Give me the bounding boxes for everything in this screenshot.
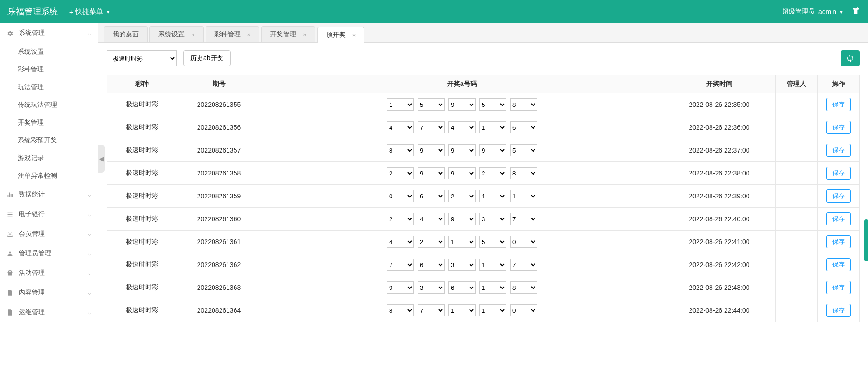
number-select[interactable]: 1	[510, 190, 537, 202]
number-select[interactable]: 7	[510, 213, 537, 225]
number-select[interactable]: 0	[510, 236, 537, 248]
number-select[interactable]: 4	[448, 121, 476, 133]
user-menu-toggle[interactable]: 超级管理员 admin ▼	[782, 7, 844, 16]
save-button[interactable]: 保存	[826, 304, 851, 317]
number-select[interactable]: 2	[479, 167, 506, 179]
number-select[interactable]: 8	[387, 144, 414, 156]
close-icon[interactable]: ×	[303, 31, 306, 38]
number-select[interactable]: 8	[510, 281, 537, 294]
number-select[interactable]: 9	[418, 167, 445, 179]
number-select[interactable]: 4	[418, 213, 445, 225]
close-icon[interactable]: ×	[247, 31, 251, 38]
save-button[interactable]: 保存	[826, 212, 851, 225]
sidebar-item[interactable]: 系统彩预开奖	[0, 132, 98, 149]
sidebar-item[interactable]: 游戏记录	[0, 149, 98, 167]
number-select[interactable]: 8	[510, 167, 537, 179]
quick-menu-toggle[interactable]: + 快捷菜单 ▼	[69, 7, 111, 16]
scrollbar-thumb[interactable]	[864, 219, 868, 261]
number-select[interactable]: 5	[479, 236, 506, 248]
refresh-button[interactable]	[841, 50, 860, 66]
cell-lottery: 极速时时彩	[107, 162, 177, 185]
sidebar-group-1[interactable]: 数据统计⌵	[0, 185, 98, 204]
save-button[interactable]: 保存	[826, 281, 851, 294]
sidebar-group-6[interactable]: 内容管理⌵	[0, 283, 98, 302]
sidebar-group-0[interactable]: 系统管理⌵	[0, 23, 98, 43]
number-select[interactable]: 5	[479, 98, 506, 111]
tab[interactable]: 我的桌面	[104, 26, 148, 42]
tab[interactable]: 开奖管理×	[261, 26, 315, 42]
tab[interactable]: 系统设置×	[149, 26, 204, 42]
number-select[interactable]: 7	[418, 304, 445, 316]
number-select[interactable]: 7	[510, 259, 537, 271]
cell-numbers: 06211	[261, 185, 663, 208]
number-select[interactable]: 9	[418, 144, 445, 156]
sidebar-item[interactable]: 彩种管理	[0, 61, 98, 78]
number-select[interactable]: 2	[387, 213, 414, 225]
number-select[interactable]: 3	[418, 281, 445, 294]
sidebar-group-5[interactable]: 活动管理⌵	[0, 263, 98, 283]
save-button[interactable]: 保存	[826, 189, 851, 203]
number-select[interactable]: 2	[387, 167, 414, 179]
number-select[interactable]: 6	[418, 259, 445, 271]
number-select[interactable]: 1	[387, 98, 414, 111]
number-select[interactable]: 9	[448, 213, 476, 225]
number-select[interactable]: 1	[479, 121, 506, 133]
number-select[interactable]: 9	[479, 144, 506, 156]
tab[interactable]: 预开奖×	[317, 27, 365, 43]
sidebar-item[interactable]: 系统设置	[0, 43, 98, 61]
number-select[interactable]: 4	[387, 121, 414, 133]
sidebar-item[interactable]: 传统玩法管理	[0, 96, 98, 114]
number-select[interactable]: 6	[418, 190, 445, 202]
lottery-select[interactable]: 极速时时彩	[107, 50, 177, 66]
number-select[interactable]: 9	[448, 98, 476, 111]
close-icon[interactable]: ×	[352, 32, 356, 39]
number-select[interactable]: 3	[479, 213, 506, 225]
scrollbar[interactable]	[864, 23, 868, 386]
history-ab-button[interactable]: 历史ab开奖	[183, 50, 231, 66]
sidebar-group-2[interactable]: 电子银行⌵	[0, 204, 98, 224]
sidebar-collapse-handle[interactable]: ◀	[98, 145, 105, 173]
cell-numbers: 89995	[261, 139, 663, 162]
number-select[interactable]: 1	[448, 304, 476, 316]
number-select[interactable]: 9	[448, 144, 476, 156]
save-button[interactable]: 保存	[826, 144, 851, 157]
save-button[interactable]: 保存	[826, 258, 851, 271]
number-select[interactable]: 2	[418, 236, 445, 248]
number-select[interactable]: 7	[387, 259, 414, 271]
number-select[interactable]: 1	[448, 236, 476, 248]
sidebar-group-3[interactable]: 会员管理⌵	[0, 224, 98, 244]
sidebar-item[interactable]: 开奖管理	[0, 114, 98, 132]
sidebar-group-7[interactable]: 运维管理⌵	[0, 302, 98, 322]
number-select[interactable]: 9	[387, 281, 414, 294]
cell-action: 保存	[818, 162, 860, 185]
number-select[interactable]: 1	[479, 281, 506, 294]
number-select[interactable]: 9	[448, 167, 476, 179]
number-select[interactable]: 7	[418, 121, 445, 133]
number-select[interactable]: 4	[387, 236, 414, 248]
tab[interactable]: 彩种管理×	[206, 26, 260, 42]
table-row: 极速时时彩202208261364871102022-08-26 22:44:0…	[107, 299, 860, 322]
close-icon[interactable]: ×	[191, 31, 195, 38]
number-select[interactable]: 5	[510, 144, 537, 156]
sidebar-item[interactable]: 玩法管理	[0, 78, 98, 96]
number-select[interactable]: 1	[479, 304, 506, 316]
number-select[interactable]: 0	[510, 304, 537, 316]
number-select[interactable]: 6	[448, 281, 476, 294]
save-button[interactable]: 保存	[826, 235, 851, 248]
sidebar-group-4[interactable]: 管理员管理⌵	[0, 244, 98, 263]
theme-icon[interactable]	[851, 7, 861, 17]
number-select[interactable]: 3	[448, 259, 476, 271]
save-button[interactable]: 保存	[826, 98, 851, 111]
save-button[interactable]: 保存	[826, 121, 851, 134]
number-select[interactable]: 5	[418, 98, 445, 111]
number-select[interactable]: 8	[510, 98, 537, 111]
sidebar-item[interactable]: 注单异常检测	[0, 167, 98, 185]
number-select[interactable]: 0	[387, 190, 414, 202]
number-select[interactable]: 2	[448, 190, 476, 202]
number-select[interactable]: 1	[479, 259, 506, 271]
number-select[interactable]: 8	[387, 304, 414, 316]
save-button[interactable]: 保存	[826, 167, 851, 180]
main-area: 我的桌面系统设置×彩种管理×开奖管理×预开奖× 极速时时彩 历史ab开奖 彩种期…	[98, 23, 868, 386]
number-select[interactable]: 6	[510, 121, 537, 133]
number-select[interactable]: 1	[479, 190, 506, 202]
